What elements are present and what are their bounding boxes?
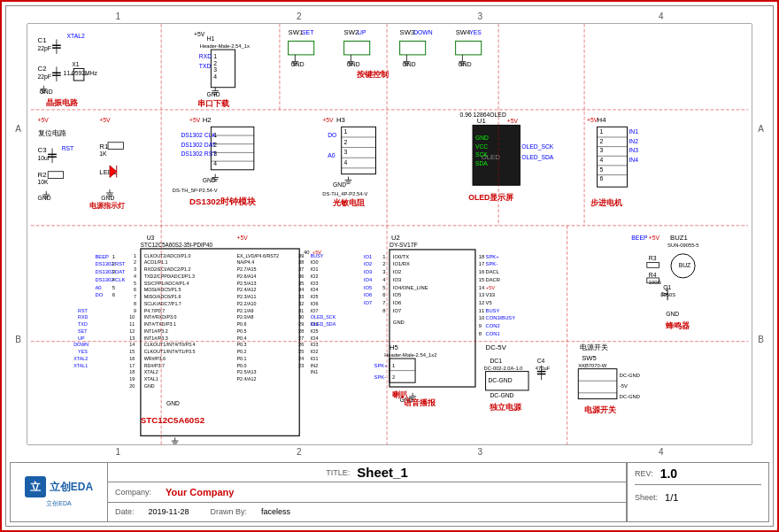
svg-text:BUSY: BUSY bbox=[486, 308, 500, 313]
svg-text:1: 1 bbox=[382, 254, 385, 259]
svg-text:INT#/RXD/P3.0: INT#/RXD/P3.0 bbox=[144, 314, 177, 320]
svg-text:32: 32 bbox=[298, 301, 304, 306]
grid-letters-right: A B bbox=[752, 24, 769, 444]
svg-text:GND: GND bbox=[347, 61, 360, 67]
svg-text:VCC: VCC bbox=[475, 143, 488, 150]
logo-text: 立创EDA bbox=[50, 480, 93, 495]
svg-text:13: 13 bbox=[129, 335, 135, 341]
svg-text:XTAL2: XTAL2 bbox=[67, 33, 85, 39]
svg-text:IO3: IO3 bbox=[311, 342, 319, 347]
svg-text:8: 8 bbox=[479, 331, 482, 336]
rev-label: REV: bbox=[635, 469, 653, 478]
svg-text:H3: H3 bbox=[336, 116, 345, 124]
stepper-motor: +5V H4 1 2 3 4 5 6 IN1 IN2 bbox=[587, 116, 638, 207]
svg-text:3: 3 bbox=[600, 147, 604, 153]
mcu: U3 STC12C5A60S2-35I-PDIP40 BEEP 1 DS1302… bbox=[73, 235, 336, 444]
svg-text:DOWN: DOWN bbox=[73, 342, 89, 347]
svg-text:串口下载: 串口下载 bbox=[197, 99, 229, 108]
svg-text:6: 6 bbox=[600, 175, 604, 181]
svg-text:15: 15 bbox=[129, 349, 135, 354]
grid-num-3: 3 bbox=[477, 12, 482, 21]
reset-circuit: +5V 复位电路 C3 10uf RST R2 10K GND bbox=[38, 117, 74, 200]
svg-text:IO5: IO5 bbox=[311, 328, 319, 334]
sheet-label: Sheet: bbox=[635, 493, 658, 502]
svg-text:2: 2 bbox=[112, 261, 115, 266]
svg-text:UP: UP bbox=[358, 29, 366, 35]
svg-text:10K: 10K bbox=[38, 179, 50, 185]
svg-text:10uf: 10uf bbox=[38, 155, 50, 161]
svg-text:11: 11 bbox=[479, 308, 484, 313]
date-label: Date: bbox=[115, 507, 135, 516]
svg-text:WR#/P3.6: WR#/P3.6 bbox=[144, 356, 166, 361]
svg-text:3: 3 bbox=[382, 269, 385, 274]
svg-text:11: 11 bbox=[129, 321, 135, 327]
svg-text:R3: R3 bbox=[649, 255, 657, 261]
svg-text:IO2: IO2 bbox=[311, 274, 319, 279]
svg-text:28: 28 bbox=[298, 328, 304, 334]
svg-text:TXD: TXD bbox=[199, 63, 212, 69]
svg-text:37: 37 bbox=[298, 266, 304, 272]
svg-text:2: 2 bbox=[134, 259, 136, 265]
svg-text:IO3: IO3 bbox=[364, 269, 372, 274]
grid-letter-ra: A bbox=[758, 124, 764, 134]
svg-text:3: 3 bbox=[213, 66, 217, 73]
svg-text:RXD2/ECI/ADC2/P1.2: RXD2/ECI/ADC2/P1.2 bbox=[144, 266, 191, 272]
svg-text:12: 12 bbox=[129, 328, 135, 334]
svg-text:19: 19 bbox=[129, 376, 135, 382]
svg-text:18: 18 bbox=[479, 254, 484, 259]
svg-text:IO6: IO6 bbox=[393, 300, 401, 305]
svg-text:IO4: IO4 bbox=[364, 277, 373, 282]
svg-text:IO1: IO1 bbox=[364, 254, 372, 259]
svg-text:IO4: IO4 bbox=[311, 287, 319, 292]
svg-text:100Ω: 100Ω bbox=[649, 280, 662, 285]
svg-text:GND: GND bbox=[459, 61, 472, 67]
svg-rect-90 bbox=[108, 143, 123, 150]
svg-text:IO4/ONE_LINE: IO4/ONE_LINE bbox=[393, 285, 428, 290]
svg-text:SPK+: SPK+ bbox=[486, 254, 500, 259]
svg-text:+5V: +5V bbox=[99, 117, 111, 123]
drawn-label: Drawn By: bbox=[211, 507, 248, 516]
svg-text:4: 4 bbox=[600, 157, 604, 163]
svg-text:OLED_SCK: OLED_SCK bbox=[311, 314, 336, 320]
svg-text:OLED_SCK: OLED_SCK bbox=[521, 143, 554, 150]
drawn-value: faceless bbox=[261, 507, 290, 516]
svg-text:EX_LVD/P4.6/RST2: EX_LVD/P4.6/RST2 bbox=[236, 253, 279, 258]
power-led: +5V R1 1K LED1 GND 电源指示灯 bbox=[89, 117, 126, 210]
svg-text:10: 10 bbox=[479, 315, 484, 320]
svg-text:R1: R1 bbox=[99, 143, 108, 150]
svg-text:P0.0: P0.0 bbox=[236, 363, 246, 368]
svg-text:4: 4 bbox=[382, 277, 386, 282]
svg-text:DS1302 CLK: DS1302 CLK bbox=[96, 277, 126, 282]
svg-rect-40 bbox=[289, 41, 314, 55]
svg-text:XTAL2: XTAL2 bbox=[73, 356, 88, 361]
title-label: TITLE: bbox=[326, 468, 350, 477]
svg-text:IN2: IN2 bbox=[311, 363, 318, 368]
svg-text:U3: U3 bbox=[147, 235, 155, 241]
svg-text:6: 6 bbox=[382, 292, 385, 297]
svg-text:5: 5 bbox=[382, 285, 385, 290]
svg-text:1: 1 bbox=[213, 53, 217, 59]
svg-text:BUZ: BUZ bbox=[679, 262, 691, 268]
grid-num-2: 2 bbox=[297, 12, 302, 21]
svg-text:GND: GND bbox=[403, 61, 416, 67]
svg-rect-56 bbox=[400, 41, 426, 55]
svg-text:STC12C5A60S2-35I-PDIP40: STC12C5A60S2-35I-PDIP40 bbox=[141, 242, 213, 248]
svg-text:DS1302 RST: DS1302 RST bbox=[96, 261, 127, 266]
svg-text:12: 12 bbox=[479, 300, 484, 305]
svg-text:P2.5/A13: P2.5/A13 bbox=[236, 281, 256, 286]
grid-letter-a: A bbox=[15, 124, 21, 134]
grid-numbers-top: 1 2 3 4 bbox=[27, 10, 752, 24]
logo-icon: 立 bbox=[30, 480, 41, 495]
svg-text:XKB7070-W: XKB7070-W bbox=[578, 363, 606, 368]
svg-text:CON1: CON1 bbox=[486, 331, 500, 336]
photoresistor: +5V H3 DO A0 1 2 3 4 GND bbox=[322, 116, 375, 207]
svg-text:电源开关: 电源开关 bbox=[584, 405, 617, 414]
ds1302-module: +5V H2 DS1302 CLK DS1302 DAT DS1302 RST … bbox=[173, 116, 257, 205]
svg-text:16: 16 bbox=[479, 269, 484, 274]
svg-text:RST: RST bbox=[78, 308, 88, 313]
svg-rect-64 bbox=[456, 41, 482, 55]
svg-rect-397 bbox=[578, 369, 617, 399]
svg-text:IO3: IO3 bbox=[311, 281, 319, 286]
svg-text:1: 1 bbox=[112, 254, 115, 259]
svg-text:H1: H1 bbox=[207, 35, 215, 42]
